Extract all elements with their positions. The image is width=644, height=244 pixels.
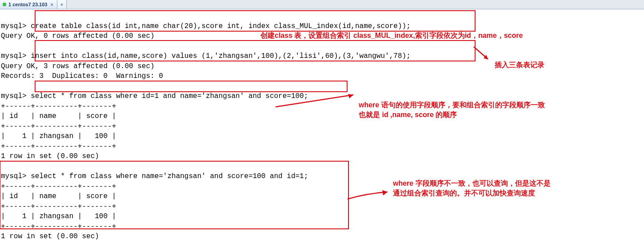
- terminal-line: 1 row in set (0.00 sec): [1, 232, 99, 240]
- tab-bar: 1 centos7 23.103 × +: [0, 0, 644, 9]
- arrow-icon: [474, 47, 494, 65]
- terminal-line: | 1 | zhangsan | 100 |: [1, 212, 116, 220]
- annotation-text: where 字段顺序不一致，也可以查询，但是这不是 通过组合索引查询的。并不可以…: [393, 179, 551, 198]
- terminal-line: mysql> select * from class where name='z…: [1, 172, 308, 180]
- new-tab-button[interactable]: +: [57, 0, 67, 9]
- svg-line-0: [474, 47, 488, 59]
- svg-marker-3: [348, 94, 353, 98]
- terminal-line: +------+----------+-------+: [1, 203, 116, 211]
- svg-marker-1: [484, 55, 488, 59]
- terminal-line: mysql> select * from class where id=1 an…: [1, 92, 308, 100]
- tab-active[interactable]: 1 centos7 23.103 ×: [0, 0, 57, 9]
- terminal-line: +------+----------+-------+: [1, 183, 116, 191]
- svg-marker-4: [382, 190, 388, 195]
- terminal-line: +------+----------+-------+: [1, 142, 116, 150]
- terminal-line: | id | name | score |: [1, 192, 116, 200]
- highlight-box: [35, 81, 348, 92]
- terminal-line: +------+----------+-------+: [1, 122, 116, 130]
- terminal-line: +------+----------+-------+: [1, 102, 116, 110]
- terminal-line: mysql> create table class(id int,name ch…: [1, 22, 411, 30]
- tab-label: 1 centos7 23.103: [8, 2, 47, 7]
- terminal-line: | 1 | zhangsan | 100 |: [1, 132, 116, 140]
- annotation-text: where 语句的使用字段顺序，要和组合索引的字段顺序一致 也就是 id ,na…: [359, 100, 545, 120]
- arrow-icon: [348, 190, 396, 203]
- terminal-line: | id | name | score |: [1, 112, 116, 120]
- terminal-line: Query OK, 0 rows affected (0.00 sec): [1, 32, 155, 40]
- terminal-line: mysql> insert into class(id,name,score) …: [1, 52, 411, 60]
- annotation-text: 创建class 表，设置组合索引 class_MUL_index,索引字段依次为…: [260, 31, 523, 41]
- terminal-line: Query OK, 3 rows affected (0.00 sec): [1, 62, 155, 70]
- plus-icon: +: [60, 2, 63, 7]
- terminal-line: +------+----------+-------+: [1, 223, 116, 231]
- annotation-text: 插入三条表记录: [495, 60, 544, 70]
- terminal-line: Records: 3 Duplicates: 0 Warnings: 0: [1, 72, 163, 80]
- terminal-line: 1 row in set (0.00 sec): [1, 152, 99, 160]
- status-dot-icon: [3, 3, 6, 6]
- close-icon[interactable]: ×: [49, 2, 54, 7]
- terminal-output: mysql> create table class(id int,name ch…: [0, 9, 644, 244]
